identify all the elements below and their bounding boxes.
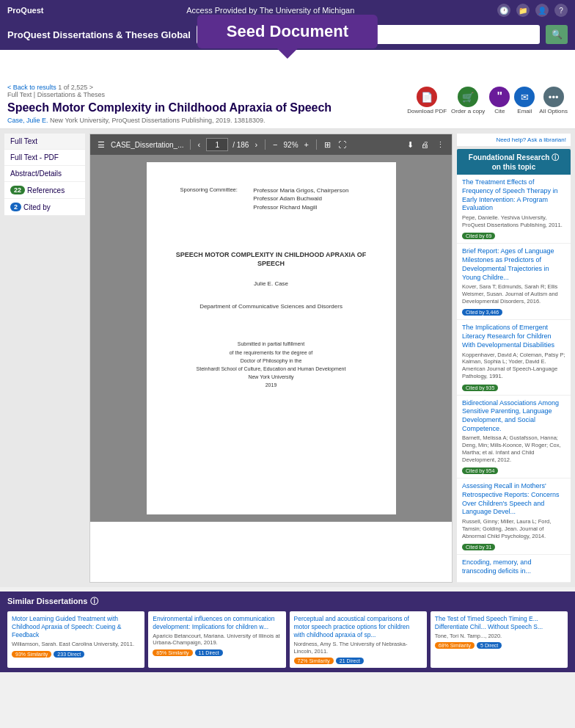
foundational-item-title[interactable]: The Treatment Effects of Frequency of Sp… xyxy=(462,178,565,213)
foundational-item-title[interactable]: Encoding, memory, and transcoding defici… xyxy=(462,558,565,575)
similar-header-label: Similar Dissertations xyxy=(7,597,87,605)
pdf-footer: Submitted in partial fulfillment of the … xyxy=(176,340,367,389)
similar-card-badges: 72% Similarity 21 Direct xyxy=(294,658,422,664)
similar-card-title[interactable]: Motor Learning Guided Treatment with Chi… xyxy=(12,615,140,639)
direct-badge: 11 Direct xyxy=(195,649,223,656)
pdf-filename: CASE_Dissertation_... xyxy=(111,141,184,149)
download-pdf-button[interactable]: 📄 Download PDF xyxy=(407,87,447,114)
similarity-badge: 68% Similarity xyxy=(435,642,475,649)
left-sidebar: Full Text Full Text - PDF Abstract/Detai… xyxy=(4,134,85,582)
foundational-item-meta: Koppenhaver, David A; Coleman, Patsy P; … xyxy=(462,352,565,380)
pdf-prev-button[interactable]: ‹ xyxy=(197,140,202,149)
pdf-more[interactable]: ⋮ xyxy=(435,140,446,150)
pdf-page: Sponsoring Committee: Professor Maria Gr… xyxy=(147,162,396,514)
foundational-item-title[interactable]: Bidirectional Associations Among Sensiti… xyxy=(462,399,565,434)
cite-button[interactable]: " Cite xyxy=(489,87,510,114)
similar-card-title[interactable]: The Test of Timed Speech Timing E... Dif… xyxy=(435,615,563,631)
similar-card-meta: Williamson, Sarah. East Carolina Univers… xyxy=(12,641,140,648)
pdf-page-input[interactable] xyxy=(206,138,228,151)
pdf-fullscreen[interactable]: ⛶ xyxy=(337,140,348,149)
similar-card-meta: Nordness, Amy S. The University of Nebra… xyxy=(294,641,422,655)
similarity-badge: 85% Similarity xyxy=(153,649,192,656)
cited-count-badge: 2 xyxy=(10,203,21,211)
document-header: < Back to results 1 of 2,525 > Full Text… xyxy=(0,79,575,129)
pdf-view-mode[interactable]: ⊞ xyxy=(323,140,332,150)
order-copy-button[interactable]: 🛒 Order a copy xyxy=(451,87,485,114)
committee-members: Professor Maria Grigos, Chairperson Prof… xyxy=(250,186,365,212)
similar-dissertations-section: Similar Dissertations ⓘ Motor Learning G… xyxy=(0,592,575,673)
folder-icon[interactable]: 📁 xyxy=(516,4,530,17)
direct-badge: 233 Direct xyxy=(54,651,84,658)
back-to-results[interactable]: < Back to results xyxy=(7,84,56,91)
pdf-print[interactable]: 🖨 xyxy=(420,140,431,149)
foundational-item-title[interactable]: The Implications of Emergent Literacy Re… xyxy=(462,324,565,349)
similar-card-meta: Tone, Tori N. Tamp..., 2020. xyxy=(435,633,563,640)
foundational-item-meta: Kover, Sara T; Edmunds, Sarah R; Ellis W… xyxy=(462,283,565,305)
pdf-toolbar: ☰ CASE_Dissertation_... ‹ / 186 › − 92% … xyxy=(90,134,452,155)
pdf-next-button[interactable]: › xyxy=(253,140,259,149)
similar-dissertations-grid: Motor Learning Guided Treatment with Chi… xyxy=(7,611,568,669)
library-help-text: Need help? Ask a librarian! xyxy=(457,134,571,146)
foundational-item-meta: Pepe, Danielle. Yeshiva University, ProQ… xyxy=(462,214,565,229)
doc-meta-rest: New York University, ProQuest Dissertati… xyxy=(50,117,265,124)
document-actions: 📄 Download PDF 🛒 Order a copy " Cite ✉ E… xyxy=(407,87,568,114)
pdf-footer-line5: New York University xyxy=(176,373,367,381)
similar-dissertation-card: Motor Learning Guided Treatment with Chi… xyxy=(7,611,144,669)
committee-member-3: Professor Richard Magill xyxy=(253,203,362,211)
search-button[interactable]: 🔍 xyxy=(546,25,568,44)
similar-card-badges: 68% Similarity 5 Direct xyxy=(435,642,563,649)
clock-icon[interactable]: 🕐 xyxy=(497,4,510,17)
pdf-icon: 📄 xyxy=(417,87,437,107)
author-link[interactable]: Case, Julie E. xyxy=(7,117,48,124)
user-icon[interactable]: 👤 xyxy=(535,4,549,17)
sidebar-item-full-text-pdf[interactable]: Full Text - PDF xyxy=(4,150,85,166)
references-badge-container: 22 References xyxy=(10,186,65,194)
pdf-content-area: Sponsoring Committee: Professor Maria Gr… xyxy=(90,155,452,522)
pdf-committee-info: Sponsoring Committee: Professor Maria Gr… xyxy=(176,184,367,214)
similar-card-title[interactable]: Environmental influences on communicatio… xyxy=(153,615,281,631)
similar-card-badges: 93% Similarity 233 Direct xyxy=(12,651,140,658)
breadcrumb: < Back to results 1 of 2,525 > Full Text… xyxy=(7,84,407,98)
email-button[interactable]: ✉ Email xyxy=(514,87,535,114)
similar-dissertation-card: Environmental influences on communicatio… xyxy=(148,611,285,669)
similarity-badge: 72% Similarity xyxy=(294,658,334,664)
pdf-zoom-in[interactable]: + xyxy=(303,140,310,149)
all-options-button[interactable]: ••• All Options xyxy=(539,87,568,114)
document-title: Speech Motor Complexity in Childhood Apr… xyxy=(7,101,407,114)
references-label: References xyxy=(27,186,65,194)
foundational-item: The Treatment Effects of Frequency of Sp… xyxy=(457,175,571,244)
similar-card-meta: Aparicio Betancourt, Mariana. University… xyxy=(153,633,281,647)
cited-label: Cited by xyxy=(23,203,51,211)
sidebar-item-abstract[interactable]: Abstract/Details xyxy=(4,166,85,182)
pdf-footer-line1: Submitted in partial fulfillment xyxy=(176,340,367,348)
foundational-item-meta: Russell, Ginny; Miller, Laura L; Ford, T… xyxy=(462,518,565,539)
help-link[interactable]: Need help? Ask a librarian! xyxy=(496,136,566,143)
email-icon: ✉ xyxy=(514,87,535,107)
similar-dissertation-card: The Test of Timed Speech Timing E... Dif… xyxy=(431,611,568,669)
cited-count: Cited by 31 xyxy=(462,544,495,550)
help-icon[interactable]: ? xyxy=(554,4,568,17)
foundational-item-title[interactable]: Brief Report: Ages of Language Milestone… xyxy=(462,247,565,282)
cited-count: Cited by 3,446 xyxy=(462,309,502,316)
seed-document-banner: Seed Document xyxy=(197,15,378,48)
pdf-download[interactable]: ⬇ xyxy=(406,140,415,150)
pdf-footer-line3: Doctor of Philosophy in the xyxy=(176,357,367,365)
cited-count: Cited by 954 xyxy=(462,467,498,474)
similar-card-title[interactable]: Perceptual and acoustical comparisons of… xyxy=(294,615,422,639)
foundational-item: Bidirectional Associations Among Sensiti… xyxy=(457,396,571,479)
sidebar-item-cited-by[interactable]: 2 Cited by xyxy=(4,199,85,216)
foundational-item: Assessing Recall in Mothers' Retrospecti… xyxy=(457,478,571,555)
sidebar-item-references[interactable]: 22 References xyxy=(4,182,85,199)
result-type: Full Text | Dissertations & Theses xyxy=(7,91,105,98)
committee-member-1: Professor Maria Grigos, Chairperson xyxy=(253,186,362,194)
pdf-department: Department of Communicative Sciences and… xyxy=(176,302,367,310)
sidebar-item-full-text[interactable]: Full Text xyxy=(4,134,85,150)
pdf-footer-year: 2019 xyxy=(176,381,367,389)
foundational-item-title[interactable]: Assessing Recall in Mothers' Retrospecti… xyxy=(462,482,565,517)
foundational-item: Brief Report: Ages of Language Milestone… xyxy=(457,244,571,320)
toolbar-separator-3 xyxy=(316,139,317,150)
similar-dissertations-header: Similar Dissertations ⓘ xyxy=(7,596,568,607)
pdf-zoom-out[interactable]: − xyxy=(271,140,279,149)
pdf-menu-button[interactable]: ☰ xyxy=(96,140,106,150)
pdf-footer-line4: Steinhardt School of Culture, Education … xyxy=(176,365,367,373)
